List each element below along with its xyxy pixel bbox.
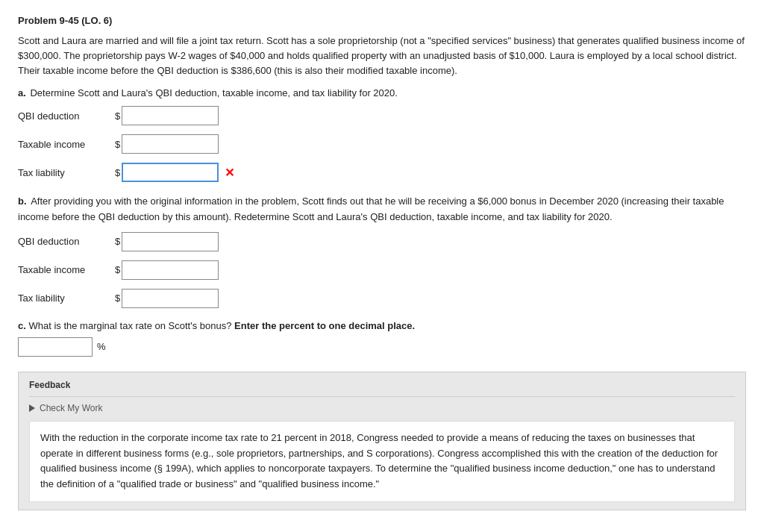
feedback-title: Feedback [29, 380, 735, 390]
problem-description: Scott and Laura are married and will fil… [18, 34, 746, 78]
part-a-label: a. Determine Scott and Laura's QBI deduc… [18, 87, 746, 98]
problem-title: Problem 9-45 (LO. 6) [18, 15, 746, 26]
part-a-qbi-input[interactable] [122, 106, 219, 125]
part-c-text-before: What is the marginal tax rate on Scott's… [28, 320, 231, 331]
part-a-taxliability-dollar: $ [115, 167, 120, 178]
part-b-taxliability-row: Tax liability $ [18, 289, 746, 308]
percent-sign: % [97, 341, 106, 352]
part-a-qbi-dollar: $ [115, 110, 120, 122]
error-icon: ✕ [225, 166, 234, 180]
feedback-box: Feedback Check My Work With the reductio… [18, 372, 746, 510]
part-b-label: b. After providing you with the original… [18, 194, 746, 224]
part-c-percent-input[interactable] [18, 337, 93, 357]
part-c-section: c. What is the marginal tax rate on Scot… [18, 320, 746, 357]
part-b-qbi-row: QBI deduction $ [18, 232, 746, 251]
part-c-input-row: % [18, 337, 746, 357]
part-b-taxliability-input[interactable] [122, 289, 219, 308]
part-a-taxable-input[interactable] [122, 134, 219, 154]
part-b-taxliability-dollar: $ [115, 292, 120, 304]
triangle-icon [29, 404, 35, 412]
part-a-taxable-label: Taxable income [18, 139, 115, 150]
part-a-taxliability-label: Tax liability [18, 167, 115, 178]
part-c-label: c. [18, 320, 26, 331]
part-a-letter: a. [18, 87, 26, 98]
part-b-taxable-input[interactable] [122, 260, 219, 280]
feedback-content: With the reduction in the corporate inco… [29, 421, 735, 502]
part-b-text: After providing you with the original in… [18, 195, 724, 222]
part-b-taxable-label: Taxable income [18, 264, 115, 275]
part-c-text-bold: Enter the percent to one decimal place. [234, 320, 415, 331]
part-a-text: Determine Scott and Laura's QBI deductio… [30, 87, 397, 98]
part-b-qbi-dollar: $ [115, 236, 120, 247]
part-b-letter: b. [18, 195, 27, 207]
part-a-qbi-label: QBI deduction [18, 110, 115, 122]
part-a-taxliability-row: Tax liability $ ✕ [18, 163, 746, 182]
part-b-taxable-dollar: $ [115, 264, 120, 275]
part-a-taxable-row: Taxable income $ [18, 134, 746, 154]
part-b-qbi-label: QBI deduction [18, 236, 115, 247]
part-a-taxable-dollar: $ [115, 139, 120, 150]
check-my-work[interactable]: Check My Work [29, 403, 735, 413]
part-a-taxliability-input[interactable] [122, 163, 219, 182]
part-b-taxliability-label: Tax liability [18, 292, 115, 304]
check-my-work-label: Check My Work [40, 403, 102, 413]
part-a-qbi-row: QBI deduction $ [18, 106, 746, 125]
part-b-qbi-input[interactable] [122, 232, 219, 251]
part-b-taxable-row: Taxable income $ [18, 260, 746, 280]
